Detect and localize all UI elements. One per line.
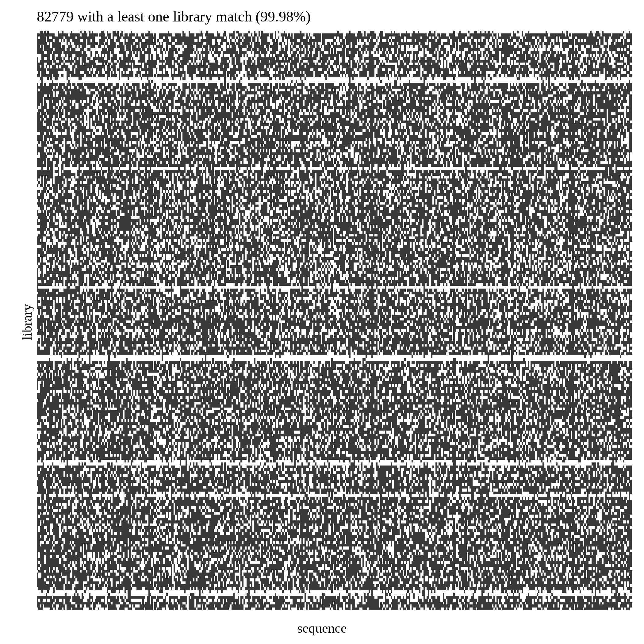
heatmap-canvas [37, 31, 632, 610]
chart-title: 82779 with a least one library match (99… [37, 8, 311, 25]
x-axis-label: sequence [297, 620, 347, 636]
y-axis-label: library [19, 304, 35, 340]
heatmap-figure: 82779 with a least one library match (99… [0, 0, 644, 644]
heatmap-plot-area [37, 31, 632, 610]
